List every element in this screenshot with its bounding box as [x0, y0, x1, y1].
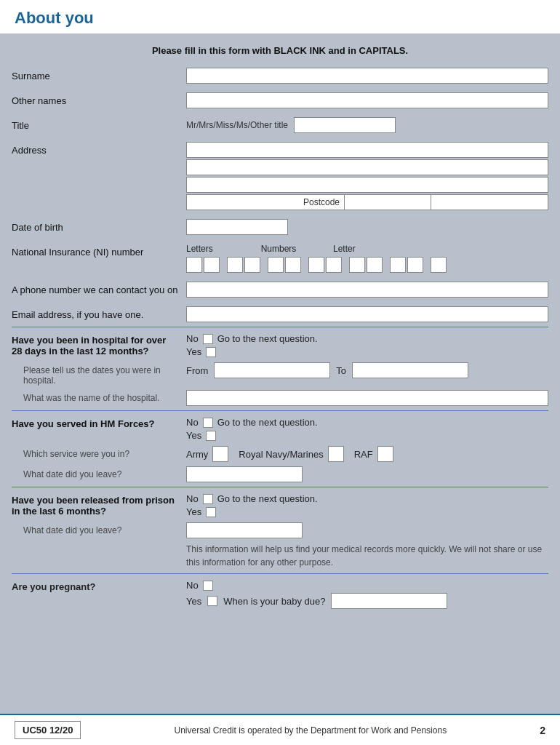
footer-text: Universal Credit is operated by the Depa… — [175, 725, 447, 736]
address-line-1[interactable] — [186, 142, 548, 158]
prison-date-label: What date did you leave? — [23, 522, 186, 535]
title-row: Title Mr/Mrs/Miss/Ms/Other title — [12, 113, 548, 138]
postcode-input[interactable] — [344, 194, 431, 210]
prison-no-label: No — [186, 493, 199, 504]
hospital-no-checkbox[interactable] — [203, 334, 213, 344]
navy-checkbox[interactable] — [328, 446, 344, 462]
prison-date-input[interactable] — [186, 522, 303, 538]
forces-no-label: No — [186, 417, 199, 428]
ni-box-10[interactable] — [367, 257, 383, 273]
hospital-question: Have you been in hospital for over 28 da… — [12, 333, 186, 356]
forces-yes-checkbox[interactable] — [206, 431, 216, 441]
address-line-2[interactable] — [186, 159, 548, 175]
pregnant-no-label: No — [186, 580, 199, 591]
phone-label: A phone number we can contact you on — [12, 282, 186, 295]
hospital-yes-label: Yes — [186, 346, 201, 357]
forces-checkbox-row: Army Royal Navy/Marines RAF — [186, 446, 548, 462]
ni-row: National Insurance (NI) number Letters N… — [12, 239, 548, 277]
title-prefix: Mr/Mrs/Miss/Ms/Other title — [186, 120, 288, 130]
postcode-label: Postcode — [303, 197, 340, 207]
ni-box-9[interactable] — [349, 257, 365, 273]
form-code-box: UC50 12/20 — [15, 721, 81, 739]
ni-box-13[interactable] — [431, 257, 447, 273]
prison-section: Have you been released from prison in th… — [12, 487, 548, 573]
when-due-input[interactable] — [331, 593, 447, 609]
address-line-3[interactable] — [186, 177, 548, 193]
prison-info-spacer — [23, 543, 186, 546]
pregnant-yes-label: Yes — [186, 596, 201, 607]
forces-date-row: What date did you leave? — [12, 463, 548, 484]
email-label: Email address, if you have one. — [12, 306, 186, 320]
footer: UC50 12/20 Universal Credit is operated … — [0, 714, 560, 745]
ni-boxes — [186, 257, 548, 273]
prison-question: Have you been released from prison in th… — [12, 493, 186, 517]
army-checkbox[interactable] — [212, 446, 228, 462]
ni-box-6[interactable] — [285, 257, 301, 273]
address-row: Address Postcode — [12, 138, 548, 215]
prison-info-row: This information will help us find your … — [12, 540, 548, 570]
pregnant-no-checkbox[interactable] — [203, 581, 213, 591]
navy-label: Royal Navy/Marines — [239, 449, 323, 460]
hospital-yes-checkbox[interactable] — [206, 347, 216, 357]
ni-box-1[interactable] — [186, 257, 202, 273]
title-label: Title — [12, 117, 186, 131]
dob-row: Date of birth — [12, 215, 548, 239]
hospital-from-input[interactable] — [214, 362, 330, 378]
prison-date-row: What date did you leave? — [12, 519, 548, 540]
when-due-label: When is your baby due? — [223, 596, 325, 607]
pregnant-label: Are you pregnant? — [12, 580, 186, 592]
ni-box-12[interactable] — [407, 257, 423, 273]
surname-row: Surname — [12, 63, 548, 88]
ni-box-8[interactable] — [326, 257, 342, 273]
prison-yes-checkbox[interactable] — [206, 507, 216, 517]
address-label: Address — [12, 142, 186, 156]
hospital-to-input[interactable] — [352, 362, 468, 378]
form-date: 12/20 — [49, 725, 73, 736]
forces-service-label: Which service were you in? — [23, 446, 186, 459]
ni-box-11[interactable] — [390, 257, 406, 273]
hospital-no-action: Go to the next question. — [217, 333, 318, 344]
prison-no-checkbox[interactable] — [203, 494, 213, 504]
other-names-row: Other names — [12, 88, 548, 113]
forces-no-checkbox[interactable] — [203, 418, 213, 428]
postcode-row: Postcode — [186, 194, 548, 210]
ni-box-2[interactable] — [204, 257, 220, 273]
phone-input[interactable] — [186, 282, 548, 298]
pregnant-section: Are you pregnant? No Yes When is your ba… — [12, 573, 548, 612]
ni-numbers-label: Numbers — [224, 244, 333, 254]
email-input[interactable] — [186, 306, 548, 322]
ni-box-5[interactable] — [268, 257, 284, 273]
hospital-section: Have you been in hospital for over 28 da… — [12, 327, 548, 410]
army-label: Army — [186, 449, 208, 460]
ni-letter-label: Letter — [333, 244, 352, 254]
forces-date-label: What date did you leave? — [23, 466, 186, 479]
raf-item: RAF — [354, 446, 393, 462]
pregnant-yes-checkbox[interactable] — [207, 596, 217, 606]
raf-checkbox[interactable] — [377, 446, 393, 462]
footer-page: 2 — [540, 725, 545, 736]
other-names-input[interactable] — [186, 92, 548, 108]
page-title: About you — [15, 9, 545, 28]
prison-info-text: This information will help us find your … — [186, 543, 548, 569]
hospital-name-row: What was the name of the hospital. — [12, 387, 548, 407]
forces-question: Have you served in HM Forces? — [12, 417, 186, 429]
ni-letters-label: Letters — [186, 244, 224, 254]
navy-item: Royal Navy/Marines — [239, 446, 343, 462]
hospital-no-label: No — [186, 333, 199, 344]
dob-input[interactable] — [186, 219, 288, 235]
forces-service-row: Which service were you in? Army Royal Na… — [12, 443, 548, 463]
title-input[interactable] — [294, 117, 396, 133]
ni-box-3[interactable] — [227, 257, 243, 273]
other-names-label: Other names — [12, 92, 186, 106]
ni-box-4[interactable] — [244, 257, 260, 273]
prison-yes-label: Yes — [186, 506, 201, 517]
forces-date-input[interactable] — [186, 466, 303, 482]
hospital-name-input[interactable] — [186, 390, 548, 406]
surname-label: Surname — [12, 68, 186, 81]
form-code: UC50 — [23, 725, 47, 736]
ni-label: National Insurance (NI) number — [12, 244, 186, 258]
surname-input[interactable] — [186, 68, 548, 84]
forces-no-action: Go to the next question. — [217, 417, 318, 428]
phone-row: A phone number we can contact you on — [12, 277, 548, 302]
ni-box-7[interactable] — [308, 257, 324, 273]
